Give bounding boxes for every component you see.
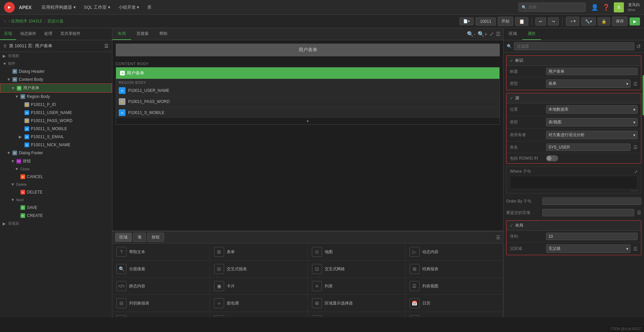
sequence-input[interactable]: [546, 233, 638, 240]
location-select[interactable]: 本地数据库 ▾: [546, 105, 638, 114]
tab-buttons[interactable]: 按钮: [147, 233, 164, 242]
expand-btn[interactable]: ⤢: [489, 31, 494, 37]
user-icon[interactable]: 👤: [591, 4, 598, 11]
center-menu-btn[interactable]: ☰: [496, 31, 500, 37]
tree-item-next-group[interactable]: ▼ Next: [0, 196, 112, 204]
parent-list-icon[interactable]: ☰: [633, 246, 638, 252]
tab-shared[interactable]: 页共享组件: [56, 28, 85, 40]
add-btn[interactable]: ＋▾: [566, 17, 579, 26]
field-pass-word[interactable]: 🔒 P10011_PASS_WORD: [116, 96, 499, 107]
tree-item-content-body[interactable]: ▼ R Content Body: [0, 75, 112, 84]
field-s-mobile[interactable]: Ai P10011_S_MOBILE: [116, 107, 499, 118]
comp-breadcrumb[interactable]: » 面包屑: [210, 295, 308, 312]
tab-layout[interactable]: 布局: [112, 28, 131, 40]
comp-form[interactable]: ⊞ 表单: [210, 243, 308, 261]
tree-item-region-body[interactable]: ▼ R Region Body: [0, 93, 112, 101]
comp-column-toggle[interactable]: ⊟ 列切换报表: [112, 295, 210, 312]
table-name-list-icon[interactable]: ☰: [633, 145, 638, 150]
filter-refresh-btn[interactable]: ↺: [636, 43, 641, 50]
nav-sql-workshop[interactable]: SQL 工作室 ▾: [80, 3, 114, 12]
table-name-input[interactable]: [546, 144, 631, 151]
tree-item-dialog-footer[interactable]: ▼ R Dialog Footer: [0, 149, 112, 157]
where-resize-handle[interactable]: [631, 190, 638, 191]
field-user-name[interactable]: Ai P10011_USER_NAME: [116, 85, 499, 96]
start-button[interactable]: 开始: [498, 17, 513, 26]
region-header[interactable]: ⊞ 用户表单: [116, 67, 499, 79]
tree-item-xianqian[interactable]: ▶ 呈现前: [0, 52, 112, 60]
tree-item-user-form[interactable]: ▼ ⊞ 用户表单: [0, 84, 112, 93]
nav-team-dev[interactable]: 小组开发 ▾: [115, 3, 143, 12]
parent-region-select[interactable]: 无父级 ▾: [546, 244, 631, 253]
table-owner-select[interactable]: 对方案进行语法分析 ▾: [546, 131, 638, 139]
tab-process[interactable]: 处理: [40, 28, 56, 40]
page-number-input[interactable]: 10011: [476, 17, 496, 25]
submit-page-input[interactable]: [542, 209, 634, 216]
comp-list-view[interactable]: ☰ 列表视图: [406, 278, 503, 295]
tree-item-delete-btn[interactable]: B DELETE: [0, 188, 112, 196]
tree-item-delete-group[interactable]: ▼ Delete: [0, 181, 112, 188]
where-clause-input[interactable]: [510, 176, 638, 189]
comp-cards[interactable]: ▣ 卡片: [210, 278, 308, 295]
tree-item-xianhou[interactable]: ▶ 呈现后: [0, 220, 112, 227]
comp-search[interactable]: 🔍 搜索: [210, 312, 308, 317]
source-type-select[interactable]: 表/视图 ▾: [546, 118, 638, 126]
tree-item-p-id[interactable]: 🔒 P10011_P_ID: [0, 101, 112, 109]
comp-faceted-search[interactable]: 🔍 分面搜索: [112, 261, 210, 278]
help-icon[interactable]: ❓: [602, 4, 610, 11]
bottom-menu-btn[interactable]: ☰: [496, 235, 500, 240]
settings-btn[interactable]: 🔧▾: [581, 17, 596, 25]
tree-item-buttons[interactable]: ▼ </> 按钮: [0, 157, 112, 165]
tree-item-dialog-header[interactable]: R Dialog Header: [0, 67, 112, 75]
tree-item-create-btn[interactable]: B CREATE: [0, 212, 112, 220]
comp-chart[interactable]: 📊 图表: [308, 312, 406, 317]
type-select[interactable]: 表单 ▾: [546, 79, 631, 88]
comp-classic-report[interactable]: ⊞ 经典报表: [406, 261, 503, 278]
filter-input[interactable]: [514, 42, 634, 50]
submit-list-icon[interactable]: ☰: [637, 210, 641, 215]
tab-render[interactable]: 呈现: [0, 28, 16, 40]
type-list-icon[interactable]: ☰: [633, 81, 638, 87]
nav-library[interactable]: 库: [144, 3, 155, 12]
copy-btn[interactable]: 📋: [515, 17, 528, 26]
tree-item-nick-name[interactable]: Ai P10011_NICK_NAME: [0, 141, 112, 149]
tab-help[interactable]: 帮助: [154, 28, 173, 40]
comp-help-text[interactable]: ? 帮助文本: [112, 243, 210, 261]
title-input[interactable]: [546, 68, 638, 75]
tree-menu-btn[interactable]: ☰: [104, 43, 109, 49]
comp-calendar[interactable]: 📅 日历: [406, 295, 503, 312]
comp-interactive-grid[interactable]: ⊡ 交互式网格: [308, 261, 406, 278]
expand-region-arrow[interactable]: ▼: [116, 118, 499, 124]
tab-region[interactable]: 区域: [503, 28, 522, 40]
tab-search[interactable]: 页搜索: [131, 28, 154, 40]
redo-btn[interactable]: ↪: [548, 17, 559, 25]
zoom-out-btn[interactable]: 🔍-: [467, 31, 475, 37]
lock-btn[interactable]: 🔒: [598, 17, 610, 25]
tab-dynamic[interactable]: 动态操作: [16, 28, 40, 40]
rowid-toggle[interactable]: [546, 155, 558, 161]
save-btn[interactable]: 保存: [612, 17, 628, 26]
breadcrumb-app[interactable]: ↑ 应用程序 104313: [8, 18, 42, 24]
tree-item-close[interactable]: ▼ Close: [0, 165, 112, 173]
orderby-input[interactable]: [542, 198, 641, 205]
comp-static-content[interactable]: </> 静态内容: [112, 278, 210, 295]
zoom-in-btn[interactable]: 🔍+: [478, 31, 487, 37]
breadcrumb-page[interactable]: 页设计器: [47, 18, 63, 24]
where-expand-icon[interactable]: ⤢: [634, 169, 638, 174]
comp-map[interactable]: ⊙ 地图: [308, 243, 406, 261]
tab-properties[interactable]: 属性: [522, 28, 541, 40]
tree-item-s-mobile[interactable]: Ai P10011_S_MOBILE: [0, 125, 112, 133]
run-btn[interactable]: ▶: [630, 17, 640, 25]
comp-list[interactable]: ≡ 列表: [308, 278, 406, 295]
tree-item-cancel[interactable]: B CANCEL: [0, 173, 112, 181]
tree-item-user-name[interactable]: Ai P10011_USER_NAME: [0, 109, 112, 117]
comp-interactive-report[interactable]: ⊟ 交互式报表: [210, 261, 308, 278]
user-avatar[interactable]: 龙: [614, 2, 624, 12]
tab-items[interactable]: 项: [133, 233, 146, 242]
page-type-btn[interactable]: 📄▾: [460, 17, 474, 25]
tree-item-s-email[interactable]: ▶ Ai P10011_S_EMAIL: [0, 133, 112, 141]
tree-item-pass-word[interactable]: 🔒 P10011_PASS_WORD: [0, 117, 112, 125]
comp-dynamic-content[interactable]: ▷ 动态内容: [406, 243, 503, 261]
tree-item-save-btn[interactable]: B SAVE: [0, 204, 112, 212]
comp-smart-filters[interactable]: ⊞ 智能筛选器: [406, 312, 503, 317]
undo-btn[interactable]: ↩: [535, 17, 546, 25]
